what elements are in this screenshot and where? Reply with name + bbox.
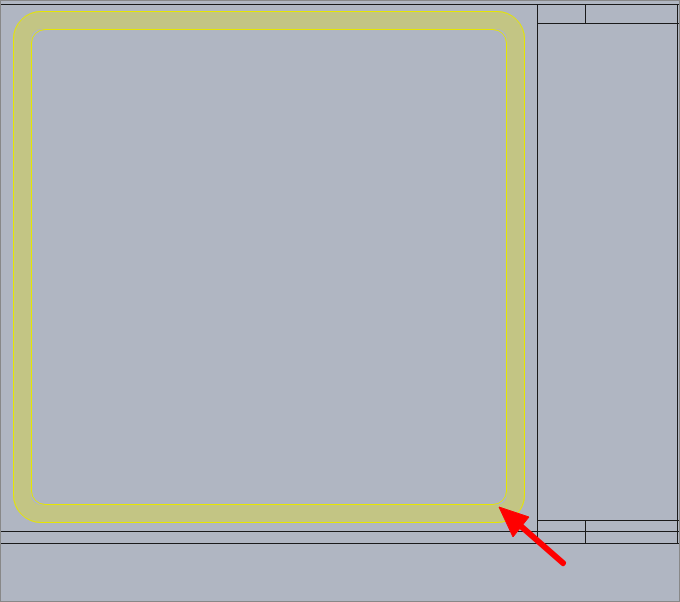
- part-edge[interactable]: [537, 520, 680, 521]
- part-edge[interactable]: [537, 23, 680, 24]
- part-edge[interactable]: [1, 4, 680, 5]
- part-edge[interactable]: [1, 543, 680, 544]
- part-edge[interactable]: [1, 531, 680, 532]
- selected-fillet-face[interactable]: [13, 11, 525, 523]
- part-edge[interactable]: [585, 4, 586, 24]
- part-edge[interactable]: [585, 520, 586, 544]
- part-edge[interactable]: [537, 4, 538, 544]
- part-edge[interactable]: [677, 4, 678, 544]
